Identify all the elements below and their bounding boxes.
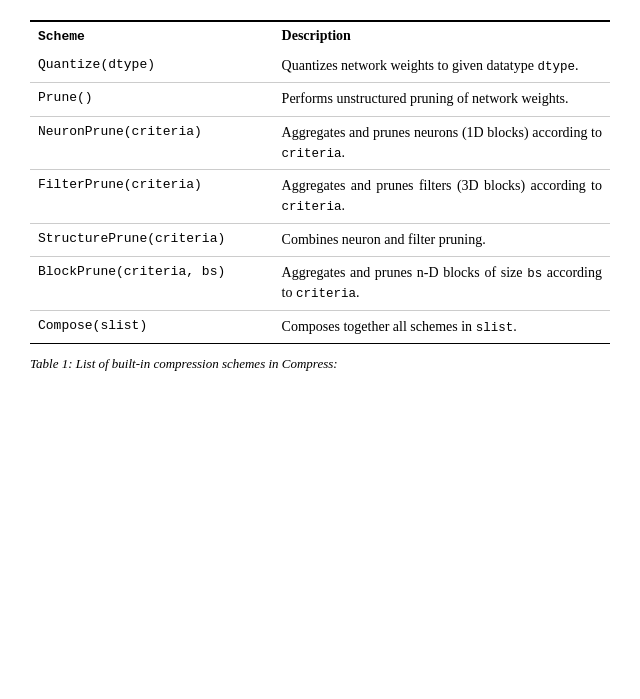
- table-header-row: Scheme Description: [30, 21, 610, 50]
- table-row: NeuronPrune(criteria)Aggregates and prun…: [30, 116, 610, 170]
- description-cell: Aggregates and prunes neurons (1D blocks…: [274, 116, 610, 170]
- table-caption: Table 1: List of built-in compression sc…: [30, 354, 610, 374]
- description-cell: Aggregates and prunes n-D blocks of size…: [274, 257, 610, 311]
- scheme-cell: Compose(slist): [30, 310, 274, 343]
- description-cell: Combines neuron and filter pruning.: [274, 223, 610, 256]
- description-cell: Aggregates and prunes filters (3D blocks…: [274, 170, 610, 224]
- scheme-cell: NeuronPrune(criteria): [30, 116, 274, 170]
- scheme-cell: BlockPrune(criteria, bs): [30, 257, 274, 311]
- table-container: Scheme Description Quantize(dtype)Quanti…: [30, 20, 610, 373]
- caption-text: Table 1: List of built-in compression sc…: [30, 356, 338, 371]
- table-row: Quantize(dtype)Quantizes network weights…: [30, 50, 610, 83]
- table-row: Prune()Performs unstructured pruning of …: [30, 83, 610, 116]
- scheme-cell: Prune(): [30, 83, 274, 116]
- description-column-header: Description: [274, 21, 610, 50]
- scheme-cell: FilterPrune(criteria): [30, 170, 274, 224]
- schemes-table: Scheme Description Quantize(dtype)Quanti…: [30, 20, 610, 344]
- description-cell: Quantizes network weights to given datat…: [274, 50, 610, 83]
- description-cell: Performs unstructured pruning of network…: [274, 83, 610, 116]
- table-row: BlockPrune(criteria, bs)Aggregates and p…: [30, 257, 610, 311]
- scheme-cell: StructurePrune(criteria): [30, 223, 274, 256]
- table-row: Compose(slist)Composes together all sche…: [30, 310, 610, 343]
- table-row: FilterPrune(criteria)Aggregates and prun…: [30, 170, 610, 224]
- scheme-column-header: Scheme: [30, 21, 274, 50]
- table-row: StructurePrune(criteria)Combines neuron …: [30, 223, 610, 256]
- scheme-cell: Quantize(dtype): [30, 50, 274, 83]
- description-cell: Composes together all schemes in slist.: [274, 310, 610, 343]
